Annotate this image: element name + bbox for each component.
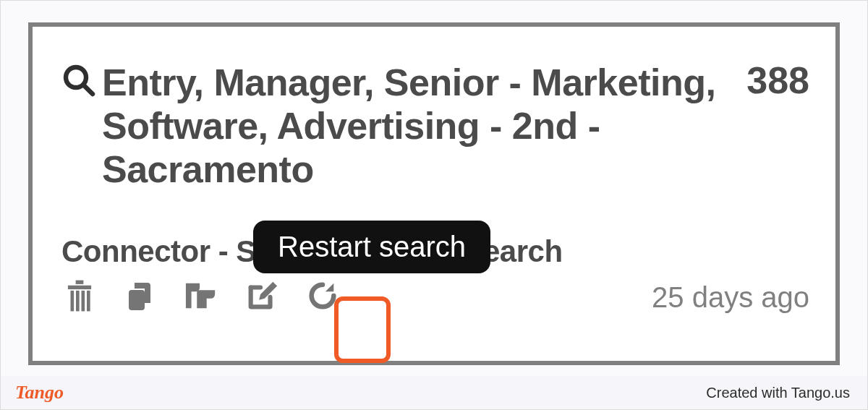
svg-rect-6 <box>82 291 85 312</box>
copy-button[interactable] <box>122 279 158 315</box>
search-icon <box>61 63 96 101</box>
edit-button[interactable] <box>244 279 280 315</box>
svg-rect-3 <box>76 281 84 284</box>
edit-icon <box>245 279 278 315</box>
delete-button[interactable] <box>61 279 98 315</box>
svg-line-1 <box>83 85 93 94</box>
tooltip-label: Restart search <box>278 231 466 262</box>
copy-icon <box>123 278 158 316</box>
action-toolbar <box>61 279 341 315</box>
svg-rect-5 <box>76 291 80 312</box>
card-footer: 25 days ago <box>61 279 809 315</box>
screenshot-frame: Entry, Manager, Senior - Marketing, Soft… <box>0 0 868 410</box>
svg-rect-2 <box>68 286 91 289</box>
restart-search-button[interactable] <box>305 279 341 315</box>
svg-rect-4 <box>71 291 75 312</box>
search-title: Entry, Manager, Senior - Marketing, Soft… <box>102 61 746 191</box>
duplicate-button[interactable] <box>183 279 219 315</box>
documents-icon <box>183 279 219 315</box>
svg-rect-7 <box>87 291 90 312</box>
footer-bar: Tango Created with Tango.us <box>1 376 867 409</box>
footer-credit: Created with Tango.us <box>706 385 850 401</box>
result-count: 388 <box>746 59 809 102</box>
tango-logo: Tango <box>15 382 64 403</box>
trash-icon <box>64 278 95 317</box>
timestamp-label: 25 days ago <box>652 281 809 314</box>
svg-rect-8 <box>129 290 145 310</box>
tooltip: Restart search <box>253 221 490 273</box>
card-header: Entry, Manager, Senior - Marketing, Soft… <box>61 61 809 191</box>
refresh-icon <box>306 279 339 315</box>
search-card[interactable]: Entry, Manager, Senior - Marketing, Soft… <box>28 22 840 365</box>
